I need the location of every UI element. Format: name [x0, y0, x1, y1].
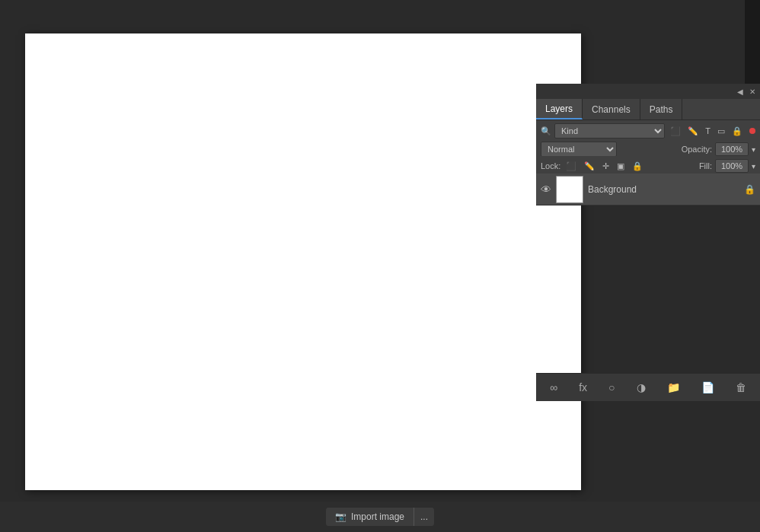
layers-actions-bar: ∞ fx ○ ◑ 📁 📄 🗑	[536, 373, 760, 401]
kind-status-dot	[749, 128, 755, 134]
kind-shape-button[interactable]: ▭	[715, 126, 727, 137]
tab-paths[interactable]: Paths	[640, 99, 683, 119]
bottom-toolbar: 📷 Import image ...	[0, 502, 760, 532]
group-button[interactable]: 📁	[663, 378, 685, 397]
document-canvas	[25, 33, 581, 490]
layers-panel-tabs: Layers Channels Paths	[536, 99, 760, 120]
tab-channels[interactable]: Channels	[583, 99, 640, 119]
link-layers-button[interactable]: ∞	[545, 378, 562, 397]
opacity-label: Opacity:	[682, 145, 712, 154]
lock-label: Lock:	[541, 161, 560, 170]
lock-icons: ⬛ ✏️ ✛ ▣ 🔒	[564, 161, 645, 172]
lock-pixels-button[interactable]: ⬛	[564, 161, 579, 172]
opacity-value[interactable]: 100%	[715, 142, 749, 156]
table-row[interactable]: 👁 Background 🔒	[536, 174, 760, 205]
lock-draw-button[interactable]: ✏️	[582, 161, 597, 172]
import-image-icon: 📷	[335, 511, 346, 522]
fill-label: Fill:	[699, 161, 712, 170]
kind-pixel-button[interactable]: ⬛	[668, 126, 683, 137]
right-edge-strip	[745, 0, 760, 84]
kind-adjust-button[interactable]: ✏️	[685, 126, 701, 137]
lock-artboard-button[interactable]: ▣	[615, 161, 627, 172]
lock-move-button[interactable]: ✛	[600, 161, 612, 172]
layer-thumbnail	[556, 176, 583, 203]
mask-button[interactable]: ○	[604, 378, 619, 397]
more-options-button[interactable]: ...	[414, 508, 434, 526]
panel-collapse-area: ◀ ✕	[536, 84, 760, 99]
kind-select[interactable]: Kind	[554, 123, 665, 139]
kind-smart-button[interactable]: 🔒	[730, 126, 745, 137]
lock-all-button[interactable]: 🔒	[630, 161, 645, 172]
layer-visibility-icon[interactable]: 👁	[541, 183, 551, 196]
fill-value[interactable]: 100%	[715, 159, 749, 173]
adjustment-button[interactable]: ◑	[632, 378, 650, 397]
kind-text-button[interactable]: T	[703, 126, 713, 136]
new-layer-button[interactable]: 📄	[697, 378, 719, 397]
opacity-arrows: ▾	[752, 145, 755, 154]
search-icon: 🔍	[541, 126, 551, 136]
import-image-button[interactable]: 📷 Import image	[326, 508, 414, 526]
tab-layers[interactable]: Layers	[536, 99, 583, 119]
kind-filter-icons: ⬛ ✏️ T ▭ 🔒	[668, 126, 745, 137]
layer-name: Background	[588, 184, 739, 195]
fx-button[interactable]: fx	[574, 378, 592, 397]
import-button-group: 📷 Import image ...	[326, 508, 434, 526]
layer-lock-icon: 🔒	[744, 184, 755, 195]
delete-layer-button[interactable]: 🗑	[731, 378, 751, 397]
layer-list: 👁 Background 🔒	[536, 174, 760, 205]
canvas-area	[0, 0, 760, 532]
panel-collapse-button[interactable]: ◀	[736, 88, 745, 96]
panel-close-button[interactable]: ✕	[748, 88, 757, 96]
fill-arrows: ▾	[752, 162, 755, 170]
blend-mode-select[interactable]: Normal Multiply Screen Overlay	[541, 142, 617, 157]
